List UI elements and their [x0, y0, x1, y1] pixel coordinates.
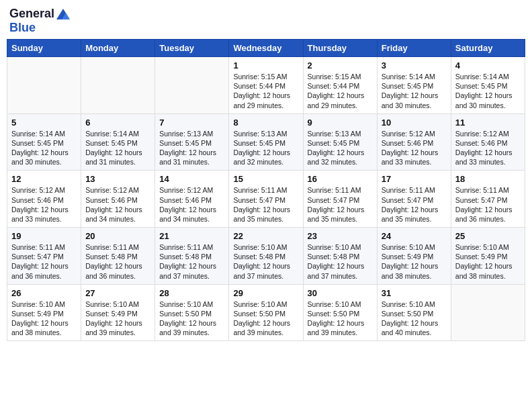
calendar-cell: 2Sunrise: 5:15 AM Sunset: 5:44 PM Daylig… — [303, 57, 377, 114]
calendar-cell: 10Sunrise: 5:12 AM Sunset: 5:46 PM Dayli… — [377, 113, 451, 171]
day-info: Sunrise: 5:10 AM Sunset: 5:50 PM Dayligh… — [382, 300, 447, 338]
calendar-cell: 29Sunrise: 5:10 AM Sunset: 5:50 PM Dayli… — [229, 284, 303, 341]
day-number: 19 — [11, 231, 77, 241]
calendar-week-row: 5Sunrise: 5:14 AM Sunset: 5:45 PM Daylig… — [7, 113, 525, 171]
day-info: Sunrise: 5:12 AM Sunset: 5:46 PM Dayligh… — [159, 185, 224, 224]
calendar-week-row: 1Sunrise: 5:15 AM Sunset: 5:44 PM Daylig… — [7, 57, 525, 114]
calendar-cell: 19Sunrise: 5:11 AM Sunset: 5:47 PM Dayli… — [7, 228, 81, 285]
day-info: Sunrise: 5:13 AM Sunset: 5:45 PM Dayligh… — [308, 129, 373, 167]
day-info: Sunrise: 5:14 AM Sunset: 5:45 PM Dayligh… — [382, 72, 447, 110]
day-number: 26 — [11, 288, 77, 298]
calendar-week-row: 12Sunrise: 5:12 AM Sunset: 5:46 PM Dayli… — [7, 171, 525, 228]
day-number: 31 — [382, 288, 447, 298]
calendar-cell: 28Sunrise: 5:10 AM Sunset: 5:50 PM Dayli… — [155, 284, 229, 341]
day-number: 7 — [159, 118, 224, 128]
day-info: Sunrise: 5:10 AM Sunset: 5:49 PM Dayligh… — [382, 242, 447, 281]
day-number: 29 — [233, 288, 298, 298]
calendar-cell: 23Sunrise: 5:10 AM Sunset: 5:48 PM Dayli… — [303, 228, 377, 285]
calendar-week-row: 26Sunrise: 5:10 AM Sunset: 5:49 PM Dayli… — [7, 284, 525, 341]
calendar-cell: 24Sunrise: 5:10 AM Sunset: 5:49 PM Dayli… — [377, 228, 451, 285]
day-info: Sunrise: 5:15 AM Sunset: 5:44 PM Dayligh… — [308, 72, 373, 110]
day-number: 24 — [382, 231, 447, 241]
calendar-cell: 1Sunrise: 5:15 AM Sunset: 5:44 PM Daylig… — [229, 57, 303, 114]
day-info: Sunrise: 5:10 AM Sunset: 5:48 PM Dayligh… — [233, 242, 298, 281]
calendar-cell: 30Sunrise: 5:10 AM Sunset: 5:50 PM Dayli… — [303, 284, 377, 341]
day-info: Sunrise: 5:14 AM Sunset: 5:45 PM Dayligh… — [455, 72, 521, 110]
day-info: Sunrise: 5:11 AM Sunset: 5:47 PM Dayligh… — [382, 185, 447, 224]
calendar-cell: 16Sunrise: 5:11 AM Sunset: 5:47 PM Dayli… — [303, 171, 377, 228]
day-number: 25 — [455, 231, 521, 241]
day-number: 28 — [159, 288, 224, 298]
day-info: Sunrise: 5:12 AM Sunset: 5:46 PM Dayligh… — [11, 185, 77, 224]
calendar-cell — [7, 57, 81, 114]
day-info: Sunrise: 5:11 AM Sunset: 5:47 PM Dayligh… — [233, 185, 298, 224]
day-info: Sunrise: 5:11 AM Sunset: 5:48 PM Dayligh… — [159, 242, 224, 281]
calendar-cell: 4Sunrise: 5:14 AM Sunset: 5:45 PM Daylig… — [451, 57, 525, 114]
day-info: Sunrise: 5:12 AM Sunset: 5:46 PM Dayligh… — [382, 129, 447, 167]
logo-icon — [56, 9, 70, 19]
calendar-cell: 3Sunrise: 5:14 AM Sunset: 5:45 PM Daylig… — [377, 57, 451, 114]
day-number: 18 — [455, 174, 521, 184]
day-number: 13 — [85, 174, 150, 184]
day-info: Sunrise: 5:10 AM Sunset: 5:49 PM Dayligh… — [85, 300, 150, 338]
day-info: Sunrise: 5:11 AM Sunset: 5:47 PM Dayligh… — [308, 185, 373, 224]
day-number: 15 — [233, 174, 298, 184]
day-number: 3 — [382, 60, 447, 71]
day-number: 20 — [85, 231, 150, 241]
day-number: 16 — [308, 174, 373, 184]
day-number: 10 — [382, 118, 447, 128]
day-number: 27 — [85, 288, 150, 298]
calendar-cell: 11Sunrise: 5:12 AM Sunset: 5:46 PM Dayli… — [451, 113, 525, 171]
day-info: Sunrise: 5:10 AM Sunset: 5:50 PM Dayligh… — [233, 300, 298, 338]
calendar-cell: 8Sunrise: 5:13 AM Sunset: 5:45 PM Daylig… — [229, 113, 303, 171]
header-sunday: Sunday — [7, 40, 81, 57]
calendar-cell: 9Sunrise: 5:13 AM Sunset: 5:45 PM Daylig… — [303, 113, 377, 171]
day-number: 8 — [233, 118, 298, 128]
day-info: Sunrise: 5:11 AM Sunset: 5:47 PM Dayligh… — [11, 242, 77, 281]
day-info: Sunrise: 5:10 AM Sunset: 5:50 PM Dayligh… — [159, 300, 224, 338]
day-info: Sunrise: 5:15 AM Sunset: 5:44 PM Dayligh… — [233, 72, 298, 110]
calendar-cell: 15Sunrise: 5:11 AM Sunset: 5:47 PM Dayli… — [229, 171, 303, 228]
calendar-cell: 25Sunrise: 5:10 AM Sunset: 5:49 PM Dayli… — [451, 228, 525, 285]
day-number: 22 — [233, 231, 298, 241]
logo-blue-text: Blue — [9, 21, 36, 34]
calendar-cell: 18Sunrise: 5:11 AM Sunset: 5:47 PM Dayli… — [451, 171, 525, 228]
calendar-cell: 22Sunrise: 5:10 AM Sunset: 5:48 PM Dayli… — [229, 228, 303, 285]
day-number: 1 — [233, 60, 298, 71]
header-thursday: Thursday — [303, 40, 377, 57]
day-number: 30 — [308, 288, 373, 298]
header-monday: Monday — [81, 40, 155, 57]
day-number: 23 — [308, 231, 373, 241]
day-info: Sunrise: 5:10 AM Sunset: 5:48 PM Dayligh… — [308, 242, 373, 281]
calendar-cell: 21Sunrise: 5:11 AM Sunset: 5:48 PM Dayli… — [155, 228, 229, 285]
day-number: 4 — [455, 60, 521, 71]
day-info: Sunrise: 5:10 AM Sunset: 5:50 PM Dayligh… — [308, 300, 373, 338]
header-friday: Friday — [377, 40, 451, 57]
calendar-cell — [81, 57, 155, 114]
day-info: Sunrise: 5:12 AM Sunset: 5:46 PM Dayligh… — [455, 129, 521, 167]
day-number: 21 — [159, 231, 224, 241]
day-info: Sunrise: 5:14 AM Sunset: 5:45 PM Dayligh… — [11, 129, 77, 167]
calendar-cell: 12Sunrise: 5:12 AM Sunset: 5:46 PM Dayli… — [7, 171, 81, 228]
day-info: Sunrise: 5:13 AM Sunset: 5:45 PM Dayligh… — [159, 129, 224, 167]
calendar-cell — [155, 57, 229, 114]
day-number: 9 — [308, 118, 373, 128]
day-info: Sunrise: 5:10 AM Sunset: 5:49 PM Dayligh… — [11, 300, 77, 338]
day-info: Sunrise: 5:12 AM Sunset: 5:46 PM Dayligh… — [85, 185, 150, 224]
day-info: Sunrise: 5:13 AM Sunset: 5:45 PM Dayligh… — [233, 129, 298, 167]
page-header: General Blue — [7, 7, 525, 35]
calendar-cell: 27Sunrise: 5:10 AM Sunset: 5:49 PM Dayli… — [81, 284, 155, 341]
calendar-cell: 6Sunrise: 5:14 AM Sunset: 5:45 PM Daylig… — [81, 113, 155, 171]
logo: General Blue — [9, 7, 70, 35]
calendar-cell: 13Sunrise: 5:12 AM Sunset: 5:46 PM Dayli… — [81, 171, 155, 228]
day-number: 12 — [11, 174, 77, 184]
calendar-cell — [451, 284, 525, 341]
calendar-cell: 7Sunrise: 5:13 AM Sunset: 5:45 PM Daylig… — [155, 113, 229, 171]
day-info: Sunrise: 5:14 AM Sunset: 5:45 PM Dayligh… — [85, 129, 150, 167]
day-info: Sunrise: 5:10 AM Sunset: 5:49 PM Dayligh… — [455, 242, 521, 281]
calendar-table: SundayMondayTuesdayWednesdayThursdayFrid… — [7, 39, 525, 341]
header-tuesday: Tuesday — [155, 40, 229, 57]
day-number: 2 — [308, 60, 373, 71]
day-info: Sunrise: 5:11 AM Sunset: 5:47 PM Dayligh… — [455, 185, 521, 224]
calendar-cell: 26Sunrise: 5:10 AM Sunset: 5:49 PM Dayli… — [7, 284, 81, 341]
